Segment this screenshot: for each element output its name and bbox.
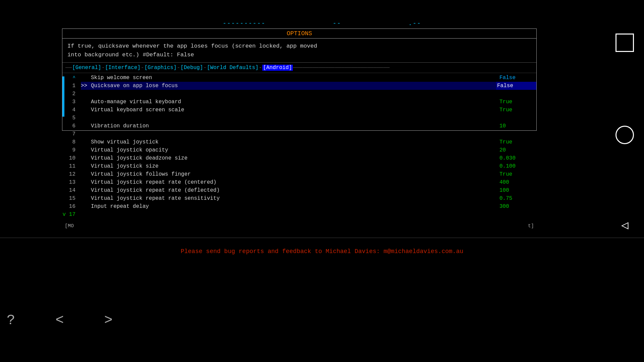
android-buttons: ◁ [615, 34, 634, 233]
setting-row-16[interactable]: Virtual joystick repeat rate sensitivity… [81, 194, 536, 202]
options-panel: OPTIONS If true, quicksave whenever the … [62, 28, 537, 131]
setting-row-9[interactable]: Show virtual joystick True [81, 138, 536, 146]
setting-value-1: False [496, 74, 536, 82]
square-button[interactable] [615, 34, 634, 52]
square-icon [615, 34, 634, 52]
tab-interface[interactable]: [Interface] [105, 65, 141, 71]
setting-row-2[interactable]: >> Quicksave on app lose focus False [81, 82, 536, 90]
pointer-2: >> [81, 82, 91, 90]
scroll-indicator [62, 76, 64, 117]
bug-report-text: Please send bug reports and feedback to … [0, 248, 644, 255]
line-12: 12 [62, 170, 78, 178]
line-6: 6 [62, 122, 78, 130]
tab-graphics[interactable]: [Graphics] [144, 65, 176, 71]
settings-list: Skip welcome screen False >> Quicksave o… [81, 73, 536, 128]
circle-icon [615, 126, 634, 144]
setting-row-11[interactable]: Virtual joystick deadzone size 0.030 [81, 154, 536, 162]
options-title: OPTIONS [62, 29, 536, 39]
description-box: If true, quicksave whenever the app lose… [62, 39, 536, 63]
setting-row-15[interactable]: Virtual joystick repeat rate (deflected)… [81, 186, 536, 194]
up-arrow: ^ [62, 74, 78, 82]
bottom-right: t] [528, 223, 534, 229]
setting-row-6 [81, 114, 536, 122]
description-line1: If true, quicksave whenever the app lose… [67, 42, 531, 51]
setting-row-17[interactable]: Input repeat delay 300 [81, 202, 536, 210]
separator-line [0, 238, 644, 238]
setting-row-13[interactable]: Virtual joystick follows finger True [81, 170, 536, 178]
line-7: 7 [62, 130, 78, 138]
setting-value-2: False [496, 82, 536, 90]
line-3: 3 [62, 98, 78, 106]
bottom-left: [MO [65, 223, 74, 229]
setting-row-10[interactable]: Virtual joystick opacity 20 [81, 146, 536, 154]
settings-area: ^ 1 2 3 4 5 6 7 8 9 10 11 12 13 14 15 16… [62, 73, 536, 128]
line-16: 16 [62, 202, 78, 210]
prev-button[interactable]: < [55, 312, 64, 328]
setting-row-8 [81, 130, 536, 138]
line-11: 11 [62, 162, 78, 170]
line-numbers: ^ 1 2 3 4 5 6 7 8 9 10 11 12 13 14 15 16… [62, 73, 81, 128]
setting-row-3 [81, 90, 536, 98]
next-button[interactable]: > [104, 312, 112, 328]
line-5: 5 [62, 114, 78, 122]
setting-name-1: Skip welcome screen [91, 74, 496, 82]
tab-android[interactable]: [Android] [262, 65, 292, 71]
line-1: 1 [62, 82, 78, 90]
setting-name-2: Quicksave on app lose focus [91, 82, 496, 90]
setting-row-14[interactable]: Virtual joystick repeat rate (centered) … [81, 178, 536, 186]
tab-debug[interactable]: [Debug] [180, 65, 203, 71]
line-8: 8 [62, 138, 78, 146]
tab-separator-start: —— [65, 65, 72, 71]
setting-row-4[interactable]: Auto-manage virtual keyboard True [81, 98, 536, 106]
help-button[interactable]: ? [7, 312, 15, 328]
dash-3: .-- [409, 20, 421, 27]
line-9: 9 [62, 146, 78, 154]
tab-general[interactable]: [General] [72, 65, 101, 71]
line-13: 13 [62, 178, 78, 186]
tabs-row: —— [General] - [Interface] - [Graphics] … [62, 63, 536, 73]
top-dashes: ---------- -- .-- [0, 20, 644, 27]
bottom-bar: [MO t] [62, 223, 537, 230]
setting-row-7[interactable]: Vibration duration 10 [81, 122, 536, 130]
bottom-nav: ? < > [7, 312, 113, 328]
line-14: 14 [62, 186, 78, 194]
line-4: 4 [62, 106, 78, 114]
setting-row-12[interactable]: Virtual joystick size 0.100 [81, 162, 536, 170]
line-10: 10 [62, 154, 78, 162]
line-2: 2 [62, 90, 78, 98]
circle-button[interactable] [615, 126, 634, 144]
description-line2: into background etc.) #Default: False [67, 51, 531, 59]
tab-world-defaults[interactable]: [World Defaults] [207, 65, 259, 71]
line-17-v: v 17 [62, 210, 78, 219]
setting-row-1[interactable]: Skip welcome screen False [81, 74, 536, 82]
dash-1: ---------- [223, 20, 266, 27]
dash-2: -- [333, 20, 341, 27]
line-15: 15 [62, 194, 78, 202]
back-button[interactable]: ◁ [621, 218, 629, 233]
setting-row-5[interactable]: Virtual keyboard screen scale True [81, 106, 536, 114]
